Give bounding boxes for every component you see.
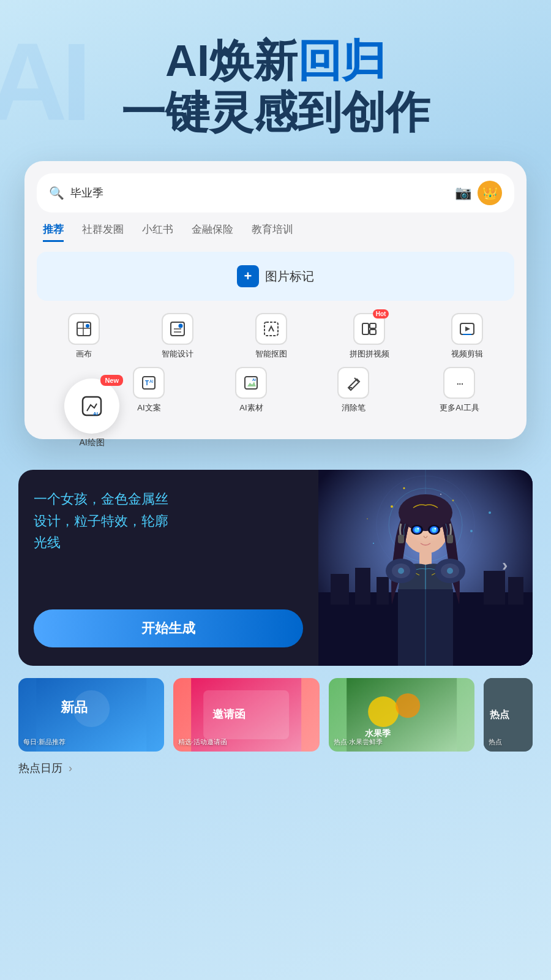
- ai-material-icon: AI: [235, 367, 267, 399]
- smart-design-icon: [162, 313, 193, 345]
- hot-calendar-link[interactable]: 热点日历 ›: [18, 762, 72, 774]
- svg-point-72: [368, 696, 399, 727]
- plus-button[interactable]: +: [237, 265, 259, 287]
- ai-copy-icon: T AI: [133, 367, 165, 399]
- svg-rect-9: [362, 323, 369, 334]
- svg-rect-11: [370, 330, 376, 334]
- svg-text:AI: AI: [149, 379, 154, 383]
- dark-card-left: 一个女孩，金色金属丝设计，粒子特效，轮廓光线 开始生成: [18, 470, 318, 666]
- tab-education[interactable]: 教育培训: [252, 222, 293, 242]
- svg-point-39: [440, 494, 441, 495]
- hero-highlight: 回归: [298, 36, 386, 85]
- svg-text:›: ›: [502, 556, 508, 575]
- svg-marker-13: [465, 326, 470, 331]
- eraser-icon: [337, 367, 369, 399]
- arrow-right-icon: ›: [69, 762, 72, 774]
- svg-text:T: T: [145, 380, 149, 386]
- svg-rect-52: [398, 535, 404, 543]
- svg-point-36: [373, 543, 374, 544]
- svg-point-60: [398, 568, 404, 574]
- ai-material-label: AI素材: [239, 402, 263, 413]
- video-edit-icon: [451, 313, 483, 345]
- canvas-label: 画布: [76, 349, 92, 360]
- search-bar[interactable]: 🔍 毕业季 📷 👑: [37, 173, 514, 213]
- start-generate-button[interactable]: 开始生成: [34, 609, 303, 647]
- hero-title-line2: 一键灵感到创作: [0, 88, 551, 137]
- eraser-label: 消除笔: [342, 402, 365, 413]
- banner-text: 图片标记: [265, 268, 314, 285]
- thumbnail-1[interactable]: 新品 每日·新品推荐: [18, 678, 164, 752]
- tool-smart-cutout[interactable]: 智能抠图: [255, 313, 287, 360]
- ai-drawing-float[interactable]: New AI AI绘图: [64, 379, 119, 448]
- tool-ai-copy[interactable]: T AI AI文案: [133, 367, 165, 413]
- thumbnail-1-label: 每日·新品推荐: [23, 737, 159, 747]
- thumbnail-3-label: 热点·水果尝鲜季: [334, 737, 470, 747]
- thumbnail-4[interactable]: 热点 热点: [484, 678, 533, 752]
- tool-canvas[interactable]: 画布: [68, 313, 100, 360]
- svg-point-38: [403, 488, 405, 489]
- app-card-wrapper: 🔍 毕业季 📷 👑 推荐 社群发圈 小红书 金融保险 教育培训 + 图片标记: [0, 161, 551, 439]
- smart-cutout-icon: [255, 313, 287, 345]
- tool-eraser[interactable]: 消除笔: [337, 367, 369, 413]
- nav-tabs: 推荐 社群发圈 小红书 金融保险 教育培训: [37, 222, 514, 242]
- svg-rect-30: [508, 577, 523, 605]
- ai-drawing-label: AI绘图: [79, 437, 104, 448]
- svg-rect-10: [370, 323, 376, 328]
- app-card: 🔍 毕业季 📷 👑 推荐 社群发圈 小红书 金融保险 教育培训 + 图片标记: [24, 161, 527, 439]
- video-edit-label: 视频剪辑: [451, 349, 483, 360]
- svg-rect-0: [77, 322, 91, 336]
- thumbnails-section: 新品 每日·新品推荐 邀请函 精选·活动邀请函: [0, 666, 551, 752]
- svg-text:热点: 热点: [489, 709, 509, 720]
- svg-text:AI: AI: [252, 378, 256, 382]
- svg-point-40: [367, 518, 368, 519]
- canvas-icon: [68, 313, 100, 345]
- smart-cutout-label: 智能抠图: [255, 349, 287, 360]
- tool-smart-design[interactable]: 智能设计: [162, 313, 193, 360]
- svg-rect-8: [264, 322, 278, 336]
- new-badge: New: [100, 375, 123, 386]
- tab-finance[interactable]: 金融保险: [192, 222, 233, 242]
- svg-point-41: [489, 511, 491, 514]
- svg-point-51: [435, 528, 437, 530]
- more-ai-icon: ···: [443, 367, 475, 399]
- search-input[interactable]: 毕业季: [70, 186, 449, 200]
- svg-rect-29: [484, 571, 505, 605]
- crown-icon[interactable]: 👑: [478, 181, 502, 205]
- hero-title-line1: AI焕新回归: [0, 37, 551, 85]
- tab-recommend[interactable]: 推荐: [43, 222, 64, 242]
- thumbnail-2[interactable]: 邀请函 精选·活动邀请函: [173, 678, 319, 752]
- tab-social[interactable]: 社群发圈: [82, 222, 124, 242]
- thumbnail-4-label: 热点: [489, 737, 528, 747]
- banner-area[interactable]: + 图片标记: [37, 252, 514, 301]
- tab-xiaohongshu[interactable]: 小红书: [142, 222, 173, 242]
- camera-icon[interactable]: 📷: [455, 185, 471, 201]
- dark-card-right: ›: [318, 470, 533, 666]
- svg-point-73: [395, 693, 420, 718]
- tool-grid-row1: 画布 智能设计: [37, 313, 514, 360]
- ai-drawing-circle[interactable]: New AI: [64, 379, 119, 434]
- svg-rect-53: [447, 535, 453, 543]
- svg-point-34: [391, 505, 393, 508]
- tool-more-ai[interactable]: ··· 更多AI工具: [440, 367, 479, 413]
- smart-design-label: 智能设计: [162, 349, 193, 360]
- svg-rect-27: [355, 568, 370, 605]
- more-ai-label: 更多AI工具: [440, 402, 479, 413]
- svg-text:水果季: 水果季: [364, 728, 391, 738]
- hero-text-part1: AI焕新: [165, 36, 298, 85]
- thumbnail-2-label: 精选·活动邀请函: [178, 737, 314, 747]
- ai-generation-card: 一个女孩，金色金属丝设计，粒子特效，轮廓光线 开始生成: [18, 470, 533, 666]
- tool-collage-video[interactable]: Hot 拼图拼视频: [350, 313, 389, 360]
- thumbnail-3[interactable]: 水果季 热点·水果尝鲜季: [329, 678, 474, 752]
- tool-video-edit[interactable]: 视频剪辑: [451, 313, 483, 360]
- svg-point-5: [179, 324, 183, 328]
- svg-point-61: [447, 568, 453, 574]
- ai-description-text: 一个女孩，金色金属丝设计，粒子特效，轮廓光线: [34, 488, 303, 553]
- hot-section: 热点日历 ›: [0, 752, 551, 775]
- hero-section: AI焕新回归 一键灵感到创作: [0, 0, 551, 137]
- svg-text:邀请函: 邀请函: [212, 708, 246, 720]
- svg-point-35: [452, 500, 454, 502]
- svg-text:AI: AI: [93, 411, 98, 417]
- tool-ai-material[interactable]: AI AI素材: [235, 367, 267, 413]
- svg-rect-26: [331, 574, 349, 605]
- svg-point-3: [86, 324, 89, 328]
